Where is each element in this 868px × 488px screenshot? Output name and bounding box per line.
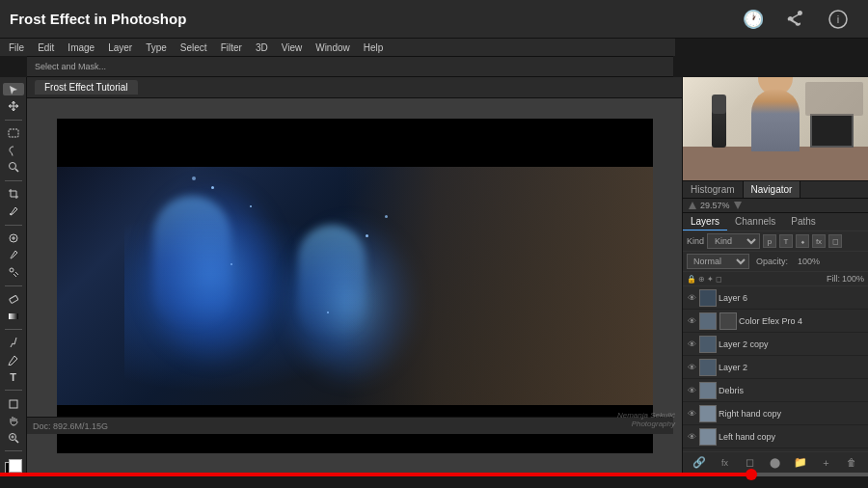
tool-gradient[interactable] bbox=[3, 310, 24, 322]
menu-filter[interactable]: Filter bbox=[218, 42, 245, 53]
paths-tab[interactable]: Paths bbox=[783, 213, 824, 230]
blend-mode-select[interactable]: Normal bbox=[687, 254, 749, 269]
tool-selection[interactable] bbox=[3, 83, 24, 95]
layer-thumb2-efex bbox=[719, 312, 737, 330]
layer-item-layer6[interactable]: 👁 Layer 6 bbox=[683, 286, 868, 310]
ps-options-bar: Select and Mask... bbox=[27, 56, 673, 77]
tool-pen[interactable] bbox=[3, 353, 24, 366]
layer-vis-lhc[interactable]: 👁 bbox=[686, 431, 697, 443]
background-color[interactable] bbox=[9, 459, 22, 473]
watermark-line1: Nemanja Sekulić bbox=[617, 411, 675, 420]
info-icon[interactable]: i bbox=[826, 7, 851, 32]
layers-btn-fx[interactable]: fx bbox=[717, 455, 732, 471]
lock-icon-2[interactable]: ⊕ bbox=[698, 275, 705, 284]
layer-thumb-2 bbox=[699, 359, 717, 376]
webcam-preview bbox=[683, 77, 868, 181]
navigator-tab[interactable]: Navigator bbox=[744, 181, 801, 198]
letterbox-top bbox=[57, 119, 653, 167]
svg-rect-7 bbox=[9, 295, 17, 303]
tool-eraser[interactable] bbox=[3, 292, 24, 305]
lock-icon-3[interactable]: ✦ bbox=[707, 275, 714, 284]
hand-right-detail bbox=[298, 225, 366, 340]
top-bar: Frost Effect in Photoshop 🕐 i bbox=[0, 0, 868, 39]
tool-divider-5 bbox=[5, 329, 22, 330]
layers-btn-link[interactable]: 🔗 bbox=[692, 455, 707, 471]
kind-label: Kind bbox=[687, 236, 704, 246]
layer-vis-6[interactable]: 👁 bbox=[686, 292, 697, 304]
layer-item-debris[interactable]: 👁 Debris bbox=[683, 379, 868, 402]
menu-window[interactable]: Window bbox=[312, 42, 353, 53]
tool-heal[interactable] bbox=[3, 231, 24, 244]
layer-item-righthandcopy[interactable]: 👁 Right hand copy bbox=[683, 402, 868, 425]
layer-vis-efex[interactable]: 👁 bbox=[686, 315, 697, 327]
zoom-value: 29.57% bbox=[700, 201, 730, 210]
fill-label: Fill: bbox=[827, 274, 840, 284]
color-boxes[interactable] bbox=[5, 462, 22, 473]
layers-tab[interactable]: Layers bbox=[683, 213, 727, 230]
document-tab: Frost Effect Tutorial bbox=[27, 77, 682, 98]
tool-eyedropper[interactable] bbox=[3, 204, 24, 217]
kind-icon-4[interactable]: fx bbox=[812, 234, 826, 248]
layer-item-layer2copy[interactable]: 👁 Layer 2 copy bbox=[683, 333, 868, 356]
menu-type[interactable]: Type bbox=[143, 42, 170, 53]
tool-quickselect[interactable] bbox=[3, 161, 24, 174]
doc-tab-label[interactable]: Frost Effect Tutorial bbox=[35, 80, 138, 95]
kind-icon-5[interactable]: ◻ bbox=[828, 234, 842, 248]
lock-icon-4[interactable]: ◻ bbox=[716, 275, 722, 284]
layers-btn-adjustment[interactable]: ⬤ bbox=[768, 455, 783, 471]
opacity-label: Opacity: bbox=[756, 257, 788, 266]
tool-divider-7 bbox=[5, 450, 22, 451]
layers-btn-group[interactable]: 📁 bbox=[793, 455, 808, 471]
menu-edit[interactable]: Edit bbox=[35, 42, 57, 53]
kind-icon-1[interactable]: p bbox=[763, 234, 776, 248]
tool-lasso[interactable] bbox=[3, 144, 24, 156]
tool-marquee[interactable] bbox=[3, 127, 24, 140]
progress-bar[interactable] bbox=[0, 473, 868, 476]
lock-icon-1[interactable]: 🔒 bbox=[687, 275, 696, 284]
tool-hand[interactable] bbox=[3, 414, 24, 426]
histogram-tab[interactable]: Histogram bbox=[683, 181, 744, 198]
layer-item-lefthandcopy[interactable]: 👁 Left hand copy bbox=[683, 425, 868, 448]
layer-vis-debris[interactable]: 👁 bbox=[686, 385, 697, 396]
kind-select[interactable]: Kind bbox=[707, 233, 760, 249]
svg-rect-9 bbox=[10, 400, 17, 408]
layer-vis-2copy[interactable]: 👁 bbox=[686, 339, 697, 350]
menu-3d[interactable]: 3D bbox=[253, 42, 271, 53]
watermark: Nemanja Sekulić Photography bbox=[617, 411, 675, 428]
lock-icons: 🔒 ⊕ ✦ ◻ bbox=[687, 275, 825, 284]
top-right-icons: 🕐 i bbox=[741, 7, 851, 32]
tool-shape[interactable] bbox=[3, 397, 24, 410]
tool-brush[interactable] bbox=[3, 249, 24, 261]
hand-left-detail bbox=[153, 196, 231, 331]
tool-move[interactable] bbox=[3, 99, 24, 112]
progress-fill bbox=[0, 473, 751, 476]
layers-btn-delete[interactable]: 🗑 bbox=[844, 455, 859, 471]
menu-help[interactable]: Help bbox=[361, 42, 387, 53]
menu-image[interactable]: Image bbox=[65, 42, 97, 53]
layer-vis-2[interactable]: 👁 bbox=[686, 362, 697, 373]
bottom-bar: 16:09 / 18:38 CC bbox=[0, 473, 868, 488]
kind-icon-3[interactable]: ⬥ bbox=[796, 234, 809, 248]
tool-crop[interactable] bbox=[3, 188, 24, 201]
menu-view[interactable]: View bbox=[279, 42, 306, 53]
channels-tab[interactable]: Channels bbox=[727, 213, 783, 230]
progress-thumb[interactable] bbox=[746, 469, 757, 480]
options-select-mask[interactable]: Select and Mask... bbox=[35, 62, 106, 71]
tool-zoom[interactable] bbox=[3, 431, 24, 444]
menu-file[interactable]: File bbox=[6, 42, 27, 53]
tool-type[interactable]: T bbox=[3, 370, 24, 383]
tool-dodge[interactable] bbox=[3, 337, 24, 349]
clock-icon[interactable]: 🕐 bbox=[741, 7, 766, 32]
layer-item-colorefex[interactable]: 👁 Color Efex Pro 4 bbox=[683, 310, 868, 333]
tool-clone[interactable] bbox=[3, 265, 24, 278]
kind-icon-2[interactable]: T bbox=[779, 234, 793, 248]
layer-item-layer2[interactable]: 👁 Layer 2 bbox=[683, 356, 868, 379]
layers-btn-new[interactable]: + bbox=[819, 455, 834, 471]
menu-select[interactable]: Select bbox=[177, 42, 210, 53]
share-icon[interactable] bbox=[783, 7, 808, 32]
sparkle-1 bbox=[211, 186, 214, 189]
svg-marker-12 bbox=[734, 202, 742, 209]
canvas-area: Frost Effect Tutorial bbox=[27, 77, 682, 473]
menu-layer[interactable]: Layer bbox=[105, 42, 135, 53]
layer-vis-rhc[interactable]: 👁 bbox=[686, 408, 697, 420]
